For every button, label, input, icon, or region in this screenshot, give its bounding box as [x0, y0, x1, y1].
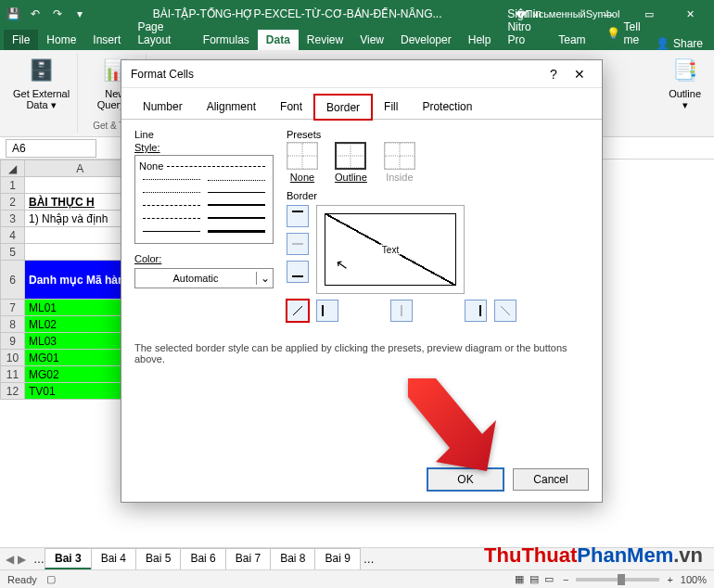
- sheet-more-left[interactable]: …: [33, 553, 45, 566]
- row-header[interactable]: 4: [1, 227, 25, 244]
- row-header[interactable]: 9: [1, 333, 25, 350]
- row-header[interactable]: 2: [1, 194, 25, 211]
- watermark-c: .vn: [673, 543, 703, 567]
- cell[interactable]: ML02: [25, 316, 136, 333]
- table-header[interactable]: Danh mục Mã hàng: [25, 261, 136, 300]
- cell[interactable]: TV01: [25, 383, 136, 400]
- preset-inside[interactable]: Inside: [384, 142, 415, 183]
- share-button[interactable]: 👤 Share: [656, 37, 710, 50]
- border-middle-h-button[interactable]: [287, 233, 309, 255]
- row-header[interactable]: 11: [1, 366, 25, 383]
- sheet-more-right[interactable]: …: [363, 553, 375, 566]
- sheet-tab[interactable]: Bai 9: [314, 548, 360, 569]
- view-break-icon[interactable]: ▭: [544, 573, 554, 585]
- row-header[interactable]: 10: [1, 350, 25, 366]
- close-button[interactable]: ✕: [671, 0, 708, 28]
- cancel-button[interactable]: Cancel: [513, 468, 589, 491]
- border-bottom-button[interactable]: [287, 261, 309, 283]
- tab-insert[interactable]: Insert: [84, 30, 129, 50]
- dialog-tab-font[interactable]: Font: [268, 94, 314, 119]
- tab-home[interactable]: Home: [38, 30, 84, 50]
- row-header[interactable]: 6: [1, 261, 25, 300]
- dialog-tab-fill[interactable]: Fill: [372, 94, 410, 119]
- sheet-tab[interactable]: Bai 6: [180, 548, 225, 569]
- row-header[interactable]: 5: [1, 244, 25, 261]
- name-box[interactable]: A6: [6, 139, 96, 158]
- tab-page-layout[interactable]: Page Layout: [129, 17, 194, 50]
- sheet-nav-next-icon[interactable]: ▶: [18, 553, 26, 566]
- undo-icon[interactable]: ↶: [28, 6, 43, 21]
- line-style-list[interactable]: None: [134, 155, 274, 244]
- database-icon: 🗄️: [27, 56, 57, 85]
- row-header[interactable]: 12: [1, 383, 25, 400]
- zoom-out-icon[interactable]: −: [563, 574, 568, 585]
- row-header[interactable]: 3: [1, 211, 25, 227]
- tab-formulas[interactable]: Formulas: [195, 30, 258, 50]
- tab-file[interactable]: File: [4, 30, 38, 50]
- border-diagonal-up-button[interactable]: [287, 300, 309, 322]
- dialog-tab-alignment[interactable]: Alignment: [195, 94, 268, 119]
- zoom-slider[interactable]: [576, 578, 659, 582]
- tab-team[interactable]: Team: [550, 30, 593, 50]
- preset-none[interactable]: None: [287, 142, 318, 183]
- color-dropdown[interactable]: Automatic ⌄: [134, 268, 274, 288]
- border-left-button[interactable]: [316, 300, 338, 322]
- tab-data[interactable]: Data: [258, 30, 299, 50]
- view-page-icon[interactable]: ▤: [529, 573, 539, 585]
- col-header[interactable]: A: [25, 160, 136, 177]
- outline-button[interactable]: 📑 Outline ▾: [669, 56, 701, 111]
- row-header[interactable]: 7: [1, 300, 25, 316]
- ribbon-tabs: File Home Insert Page Layout Formulas Da…: [0, 28, 714, 50]
- cell[interactable]: ML03: [25, 333, 136, 350]
- tab-nitro[interactable]: Nitro Pro: [499, 17, 550, 50]
- zoom-level[interactable]: 100%: [681, 574, 707, 585]
- dialog-tab-protection[interactable]: Protection: [410, 94, 484, 119]
- preset-none-label: None: [290, 172, 314, 183]
- preset-outline[interactable]: Outline: [335, 142, 367, 183]
- tab-help[interactable]: Help: [460, 30, 500, 50]
- sheet-tab[interactable]: Bai 3: [45, 548, 92, 569]
- dialog-title: Format Cells: [131, 68, 541, 81]
- border-right-button[interactable]: [465, 300, 487, 322]
- macro-record-icon[interactable]: ▢: [46, 573, 56, 585]
- ok-button[interactable]: OK: [427, 468, 504, 491]
- tab-view[interactable]: View: [351, 30, 392, 50]
- preset-outline-label: Outline: [335, 172, 367, 183]
- sheet-tab[interactable]: Bai 5: [135, 548, 181, 569]
- outline-icon: 📑: [670, 56, 700, 85]
- dialog-help-icon[interactable]: ?: [541, 67, 567, 82]
- dialog-help-text: The selected border style can be applied…: [134, 337, 589, 364]
- tell-me[interactable]: 💡 Tell me: [598, 17, 656, 50]
- cell[interactable]: MG01: [25, 350, 136, 366]
- style-none[interactable]: None: [139, 160, 163, 172]
- svg-line-7: [501, 306, 510, 315]
- select-all[interactable]: ◢: [1, 160, 25, 177]
- ribbon-options-icon[interactable]: �ПисьменныйSymbol: [549, 0, 586, 28]
- row-header[interactable]: 1: [1, 177, 25, 194]
- get-external-data-button[interactable]: 🗄️ Get External Data ▾: [13, 56, 70, 111]
- sheet-tab[interactable]: Bai 4: [91, 548, 136, 569]
- status-ready: Ready: [7, 574, 37, 585]
- border-diagonal-down-button[interactable]: [494, 300, 516, 322]
- dialog-tab-border[interactable]: Border: [314, 95, 372, 120]
- border-top-button[interactable]: [287, 205, 309, 227]
- qat-more-icon[interactable]: ▾: [72, 6, 87, 21]
- dialog-close-icon[interactable]: ✕: [567, 67, 593, 82]
- autosave-icon[interactable]: 💾: [6, 6, 20, 21]
- tab-review[interactable]: Review: [299, 30, 351, 50]
- zoom-in-icon[interactable]: +: [667, 574, 672, 585]
- tab-developer[interactable]: Developer: [392, 30, 460, 50]
- line-section-label: Line: [134, 129, 274, 140]
- redo-icon[interactable]: ↷: [50, 6, 65, 21]
- sheet-nav-prev-icon[interactable]: ◀: [6, 553, 14, 566]
- sheet-tab[interactable]: Bai 8: [270, 548, 315, 569]
- row-header[interactable]: 8: [1, 316, 25, 333]
- cell[interactable]: ML01: [25, 300, 136, 316]
- sheet-tab[interactable]: Bai 7: [225, 548, 271, 569]
- dialog-tab-number[interactable]: Number: [131, 94, 195, 119]
- border-middle-v-button[interactable]: [390, 300, 413, 322]
- view-normal-icon[interactable]: ▦: [515, 573, 524, 585]
- cell[interactable]: MG02: [25, 366, 136, 383]
- border-preview[interactable]: Text: [316, 205, 465, 294]
- preview-text: Text: [380, 245, 401, 255]
